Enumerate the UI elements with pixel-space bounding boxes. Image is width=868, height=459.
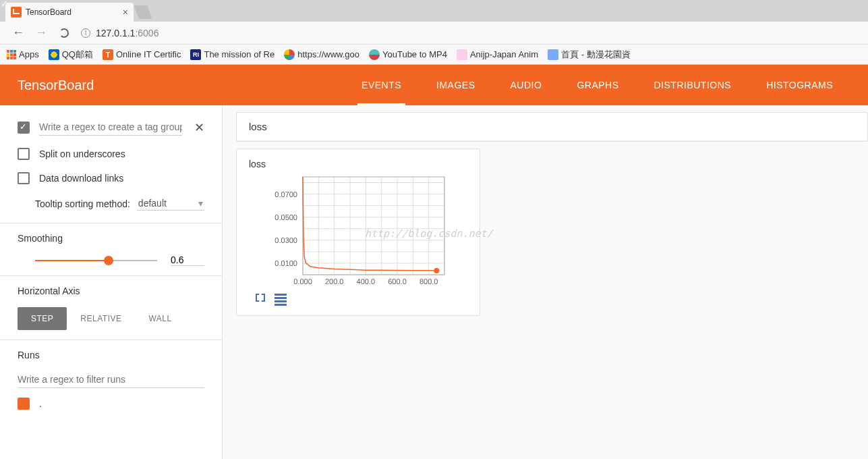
runs-filter-input[interactable] [18, 371, 204, 388]
svg-text:0.0500: 0.0500 [274, 213, 297, 221]
info-icon[interactable]: i [81, 28, 90, 38]
nav-events[interactable]: EVENTS [344, 65, 419, 105]
nav-histograms[interactable]: HISTOGRAMS [749, 65, 850, 105]
nav-audio[interactable]: AUDIO [493, 65, 560, 105]
run-name: . [39, 398, 42, 409]
svg-text:0.0100: 0.0100 [274, 259, 297, 267]
split-label: Split on underscores [39, 148, 125, 159]
split-underscores-checkbox[interactable] [18, 148, 30, 160]
download-links-checkbox[interactable] [18, 172, 30, 184]
back-button[interactable]: ← [7, 26, 30, 40]
divider [0, 275, 222, 276]
tag-group-checkbox[interactable] [18, 122, 30, 134]
toggle-lines-icon[interactable] [274, 294, 287, 306]
haxis-label: Horizontal Axis [18, 286, 204, 296]
tag-regex-input[interactable] [39, 119, 182, 136]
runs-label: Runs [18, 350, 204, 360]
expand-icon[interactable] [256, 294, 265, 302]
smoothing-value-input[interactable] [171, 254, 204, 266]
app-nav: EVENTSIMAGESAUDIOGRAPHSDISTRIBUTIONSHIST… [344, 65, 850, 105]
nav-images[interactable]: IMAGES [419, 65, 492, 105]
apps-icon [7, 50, 16, 59]
run-checkbox[interactable] [18, 398, 30, 410]
svg-text:800.0: 800.0 [419, 277, 438, 286]
apps-button[interactable]: Apps [7, 49, 39, 59]
svg-text:0.0700: 0.0700 [274, 190, 297, 198]
url-host: 127.0.1.1 [96, 28, 135, 38]
svg-text:400.0: 400.0 [357, 277, 376, 286]
reload-button[interactable] [59, 28, 69, 38]
tab-title: TensorBoard [26, 7, 71, 17]
bookmark-youtube[interactable]: YouTube to MP4 [369, 49, 447, 60]
url-port: :6006 [135, 28, 158, 38]
haxis-wall[interactable]: WALL [135, 307, 185, 330]
ri-icon: RI [190, 49, 201, 60]
tooltip-select[interactable]: default [137, 196, 204, 211]
address-bar[interactable]: i 127.0.1.1:6006 [81, 28, 861, 38]
content-area: loss loss 0.01000.03000.05000.07000.0002… [223, 105, 868, 459]
nav-graphs[interactable]: GRAPHS [559, 65, 636, 105]
haxis-step[interactable]: STEP [18, 307, 67, 330]
slider-thumb[interactable] [104, 256, 113, 265]
bookmark-anijp[interactable]: Anijp-Japan Anim [457, 49, 538, 60]
group-title[interactable]: loss [237, 113, 867, 141]
loss-chart[interactable]: 0.01000.03000.05000.07000.000200.0400.06… [249, 173, 451, 288]
divider [0, 223, 222, 223]
t-icon: T [103, 49, 113, 60]
haxis-relative[interactable]: RELATIVE [67, 307, 135, 330]
svg-rect-19 [303, 177, 444, 275]
bookmark-google[interactable]: https://www.goo [284, 49, 359, 60]
forward-button[interactable]: → [30, 26, 53, 40]
app-title: TensorBoard [18, 78, 94, 93]
sidebar: ✕ Split on underscores Data download lin… [0, 105, 223, 459]
google-icon [284, 49, 295, 60]
svg-text:600.0: 600.0 [388, 277, 407, 286]
chart-card: loss 0.01000.03000.05000.07000.000200.04… [237, 149, 480, 315]
haxis-buttons: STEPRELATIVEWALL [18, 307, 204, 330]
svg-text:0.0300: 0.0300 [274, 236, 297, 244]
svg-text:0.000: 0.000 [293, 277, 312, 286]
tag-group-card: loss [236, 112, 868, 142]
app-header: TensorBoard EVENTSIMAGESAUDIOGRAPHSDISTR… [0, 65, 868, 105]
tensorboard-favicon [11, 7, 22, 18]
divider [0, 340, 222, 340]
svg-text:200.0: 200.0 [325, 277, 344, 286]
anime-icon [457, 49, 467, 60]
chart-title: loss [249, 159, 467, 169]
bookmark-it[interactable]: TOnline IT Certific [103, 49, 181, 60]
smoothing-slider[interactable] [35, 260, 157, 261]
dmhy-icon [548, 49, 558, 60]
convert-icon [369, 49, 380, 60]
qq-icon [49, 49, 59, 60]
bookmark-qq[interactable]: QQ邮箱 [49, 49, 93, 61]
svg-point-29 [434, 268, 439, 273]
download-label: Data download links [39, 173, 123, 184]
smoothing-label: Smoothing [18, 233, 204, 244]
nav-distributions[interactable]: DISTRIBUTIONS [637, 65, 749, 105]
close-tab-icon[interactable]: × [123, 7, 128, 18]
browser-tab[interactable]: TensorBoard × [5, 3, 134, 22]
new-tab-button[interactable] [134, 5, 152, 19]
tooltip-label: Tooltip sorting method: [35, 198, 130, 209]
clear-regex-icon[interactable]: ✕ [194, 120, 204, 135]
bookmark-dmhy[interactable]: 首頁 - 動漫花園資 [548, 49, 631, 61]
bookmarks-bar: Apps QQ邮箱 TOnline IT Certific RIThe miss… [0, 45, 868, 65]
bookmark-mission[interactable]: RIThe mission of Re [190, 49, 274, 60]
